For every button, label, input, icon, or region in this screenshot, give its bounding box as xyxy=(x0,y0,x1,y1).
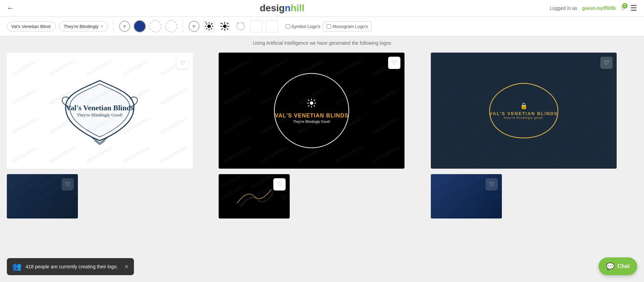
svg-text:×: × xyxy=(243,22,244,25)
logo-card-1[interactable]: DESIGNHILLDESIGNHILLDESIGNHILLDESIGNHILL… xyxy=(7,53,193,169)
svg-text:×: × xyxy=(220,22,222,25)
symbol-logos-label[interactable]: Symbol Logo's xyxy=(286,24,320,29)
card4-heart-button[interactable]: ♡ xyxy=(61,178,74,191)
favorites-button[interactable]: ♡ 0 xyxy=(621,5,626,12)
color-blue-dot[interactable] xyxy=(134,20,146,32)
style-ring-icon[interactable]: × × xyxy=(234,20,247,32)
card5-heart-button[interactable]: ♡ xyxy=(273,178,286,191)
svg-line-31 xyxy=(314,105,315,107)
svg-text:×: × xyxy=(205,22,206,24)
header-right: Logged in as guest-myfflitllk ♡ 0 ☰ xyxy=(550,4,637,13)
symbol-logos-checkbox[interactable] xyxy=(286,24,290,29)
blob-logo-lock-icon: 🔒 xyxy=(490,102,558,110)
svg-text:×: × xyxy=(211,22,213,26)
emblem-frame: Val's Venetian Blinds They're Blindingly… xyxy=(52,76,148,145)
logo-card-4[interactable]: DESIGNHILLDESIGNHILLDESIGNHILLDESIGNHILL… xyxy=(7,174,78,218)
tag-val[interactable]: Val's Venetian Blind: xyxy=(7,22,56,31)
svg-line-33 xyxy=(308,105,310,107)
card3-title: VAL'S VENETIAN BLINDS xyxy=(490,111,558,116)
monogram-logos-checkbox[interactable] xyxy=(327,24,331,29)
circle-logo: VAL'S VENETIAN BLINDS They're Blindingly… xyxy=(274,73,349,148)
header-left: ← xyxy=(7,4,14,13)
designhill-logo[interactable]: designhill xyxy=(260,3,304,14)
color-empty-dot-2[interactable] xyxy=(165,20,177,32)
card1-content: Val's Venetian Blinds They're Blindingly… xyxy=(7,53,193,169)
logo-hill-text: hill xyxy=(291,3,304,14)
card1-title: Val's Venetian Blinds xyxy=(66,103,134,112)
svg-point-0 xyxy=(207,25,211,28)
header: ← designhill Logged in as guest-myfflitl… xyxy=(0,0,644,17)
style-sun-icon[interactable]: × × xyxy=(203,20,215,32)
card1-subtitle: They're Blindingly Good! xyxy=(66,112,134,118)
tag-blindingly[interactable]: They're Blindingly × xyxy=(59,21,108,31)
card3-content: 🔒 VAL'S VENETIAN BLINDS they're blinding… xyxy=(431,53,617,169)
style-blank-1[interactable] xyxy=(250,20,262,32)
heart-count-badge: 0 xyxy=(622,3,628,9)
svg-line-30 xyxy=(308,100,310,101)
svg-text:×: × xyxy=(237,22,238,25)
logo-n-text: n xyxy=(285,3,290,14)
logo-container: designhill xyxy=(260,3,304,14)
divider-1 xyxy=(113,20,114,32)
tag-val-label: Val's Venetian Blind: xyxy=(11,24,51,29)
card6-heart-button[interactable]: ♡ xyxy=(485,178,498,191)
subtitle: Using Artificial Intelligence we have ge… xyxy=(0,36,644,47)
back-button[interactable]: ← xyxy=(7,4,14,13)
logo-grid: DESIGNHILLDESIGNHILLDESIGNHILLDESIGNHILL… xyxy=(0,47,644,224)
card3-subtitle: they're blindingly good! xyxy=(490,116,558,119)
checkbox-group: Symbol Logo's Monogram Logo's xyxy=(286,22,372,31)
logo-card-5[interactable]: DESIGNHILLDESIGNHILLDESIGNHILLDESIGNHILL… xyxy=(219,174,290,218)
logo-design-text: desig xyxy=(260,3,285,14)
style-sparkle-icon[interactable]: × × xyxy=(219,20,231,32)
logged-in-label: Logged in as xyxy=(550,5,577,11)
svg-point-25 xyxy=(310,101,313,105)
toolbar: Val's Venetian Blind: They're Blindingly… xyxy=(0,17,644,36)
monogram-logos-label[interactable]: Monogram Logo's xyxy=(323,22,372,31)
logo-card-3[interactable]: DESIGNHILLDESIGNHILLDESIGNHILLDESIGNHILL… xyxy=(431,53,617,169)
card2-heart-button[interactable]: ♡ xyxy=(388,57,400,69)
username-label[interactable]: guest-myfflitllk xyxy=(582,5,616,11)
blob-logo: 🔒 VAL'S VENETIAN BLINDS they're blinding… xyxy=(483,76,565,145)
circle-logo-sun-icon xyxy=(306,98,317,111)
logo-card-6[interactable]: DESIGNHILLDESIGNHILLDESIGNHILLDESIGNHILL… xyxy=(431,174,502,218)
card3-heart-button[interactable]: ♡ xyxy=(600,57,613,69)
logo-card-2[interactable]: DESIGNHILLDESIGNHILLDESIGNHILLDESIGNHILL… xyxy=(219,53,405,169)
menu-icon[interactable]: ☰ xyxy=(630,4,637,13)
card2-title: VAL'S VENETIAN BLINDS xyxy=(275,113,349,119)
emblem-text: Val's Venetian Blinds They're Blindingly… xyxy=(66,103,134,118)
card1-heart-button[interactable]: ♡ xyxy=(176,57,189,69)
card2-content: VAL'S VENETIAN BLINDS They're Blindingly… xyxy=(219,53,405,169)
svg-line-17 xyxy=(227,28,228,30)
blob-logo-text: 🔒 VAL'S VENETIAN BLINDS they're blinding… xyxy=(490,102,558,119)
divider-2 xyxy=(183,20,183,32)
remove-tag-blindingly[interactable]: × xyxy=(100,24,103,29)
svg-line-8 xyxy=(206,28,207,29)
add-style-button[interactable]: + xyxy=(189,21,200,32)
svg-line-32 xyxy=(314,100,315,101)
svg-point-11 xyxy=(223,25,227,28)
add-color-button[interactable]: + xyxy=(119,21,130,32)
svg-line-6 xyxy=(211,28,212,29)
tag-blindingly-label: They're Blindingly xyxy=(64,24,98,29)
style-blank-2[interactable] xyxy=(266,20,278,32)
color-empty-dot-1[interactable] xyxy=(149,20,162,32)
svg-text:×: × xyxy=(227,22,229,25)
svg-line-19 xyxy=(221,28,223,30)
card2-subtitle: They're Blindingly Good! xyxy=(293,120,330,124)
